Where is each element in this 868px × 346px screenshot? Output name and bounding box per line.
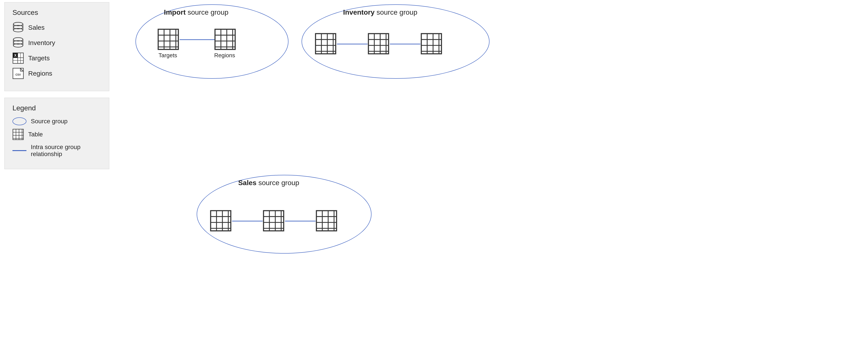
import-regions-icon <box>214 28 236 50</box>
sales-connector1 <box>232 221 263 221</box>
database-icon-sales <box>12 22 24 33</box>
legend-title: Legend <box>12 104 101 112</box>
database-icon-inventory <box>12 37 24 49</box>
import-targets-icon <box>157 28 179 50</box>
import-group-title: Import source group <box>164 8 228 17</box>
source-item-sales: Sales <box>12 22 101 33</box>
svg-text:CSV: CSV <box>16 73 21 76</box>
import-group-bold: Import <box>164 8 186 16</box>
csv-icon-regions: CSV <box>12 68 24 79</box>
source-item-inventory: Inventory <box>12 37 101 49</box>
svg-rect-54 <box>368 34 389 54</box>
legend-label-source-group: Source group <box>31 118 67 125</box>
svg-rect-75 <box>264 211 284 231</box>
import-targets-label: Targets <box>155 52 181 59</box>
source-item-targets: X Targets <box>12 53 101 64</box>
inventory-table2-icon <box>368 33 390 55</box>
svg-rect-61 <box>421 34 441 54</box>
excel-icon-targets: X <box>12 53 24 64</box>
svg-rect-33 <box>158 29 178 50</box>
source-label-inventory: Inventory <box>28 39 55 46</box>
legend-label-relationship: Intra source group relationship <box>31 144 101 158</box>
legend-item-source-group: Source group <box>12 117 101 125</box>
inventory-table3-icon <box>421 33 442 55</box>
legend-item-relationship: Intra source group relationship <box>12 144 101 158</box>
svg-rect-40 <box>215 29 235 50</box>
import-connector <box>180 39 215 40</box>
inventory-connector1 <box>337 44 368 44</box>
sources-box: Sources Sales <box>4 2 109 91</box>
import-regions-label: Regions <box>212 52 238 59</box>
svg-rect-47 <box>315 34 336 54</box>
inventory-connector2 <box>390 44 421 44</box>
sales-table2-icon <box>263 210 284 232</box>
legend-box: Legend Source group Table Intra source g… <box>4 98 109 169</box>
svg-rect-68 <box>211 211 231 231</box>
line-legend-icon <box>12 150 26 151</box>
inventory-group-title: Inventory source group <box>343 8 417 17</box>
source-label-targets: Targets <box>28 55 50 62</box>
svg-rect-26 <box>13 129 23 140</box>
left-panel: Sources Sales <box>4 2 109 169</box>
diagram-area: Import source group Targets Regions Inve… <box>122 0 868 346</box>
source-item-regions: CSV Regions <box>12 68 101 79</box>
oval-legend-icon <box>12 117 26 125</box>
svg-rect-82 <box>316 211 337 231</box>
sources-title: Sources <box>12 8 101 17</box>
inventory-table1-icon <box>315 33 337 55</box>
inventory-group-bold: Inventory <box>343 8 375 16</box>
table-legend-icon <box>12 129 24 140</box>
import-group-rest: source group <box>186 8 228 16</box>
svg-text:X: X <box>14 54 17 57</box>
source-label-sales: Sales <box>28 24 44 31</box>
sales-group-title: Sales source group <box>238 179 299 187</box>
sales-table1-icon <box>210 210 231 232</box>
sales-connector2 <box>285 221 315 221</box>
sales-group-bold: Sales <box>238 179 256 187</box>
inventory-group-rest: source group <box>375 8 417 16</box>
sales-table3-icon <box>315 210 337 232</box>
source-label-regions: Regions <box>28 70 52 77</box>
legend-item-table: Table <box>12 129 101 140</box>
legend-label-table: Table <box>28 131 43 138</box>
sales-group-rest: source group <box>256 179 299 187</box>
